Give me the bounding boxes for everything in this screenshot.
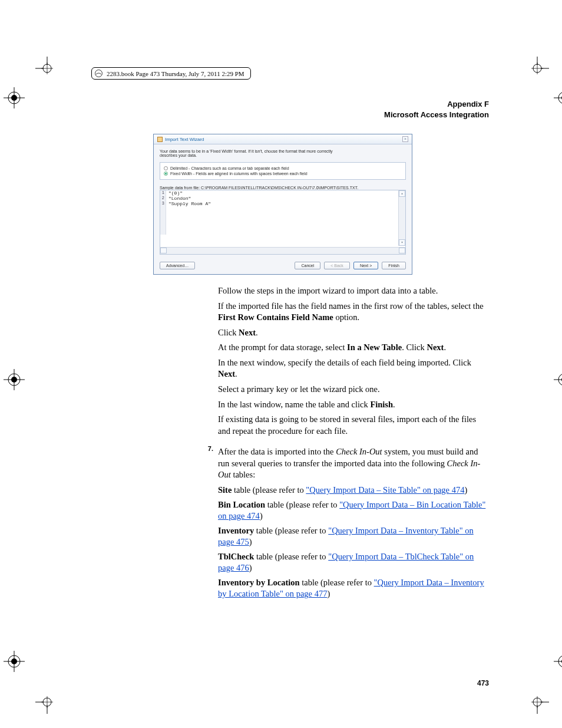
import-text-wizard-dialog: Import Text Wizard × Your data seems to … bbox=[153, 134, 412, 275]
back-button: < Back bbox=[324, 262, 350, 269]
para-new-table: At the prompt for data storage, select I… bbox=[218, 342, 489, 354]
cancel-button[interactable]: Cancel bbox=[295, 262, 320, 269]
wizard-app-icon bbox=[157, 137, 163, 142]
running-head-line2: Microsoft Access Integration bbox=[71, 110, 489, 120]
para-repeat: If existing data is going to be stored i… bbox=[218, 414, 489, 437]
radio-delimited-label: Delimited - Characters such as comma or … bbox=[170, 166, 289, 170]
scroll-up-icon[interactable]: ▴ bbox=[399, 190, 405, 197]
table-ref-inventory: Inventory table (please refer to "Query … bbox=[218, 525, 489, 548]
step-number-7: 7. bbox=[200, 443, 213, 603]
close-icon[interactable]: × bbox=[402, 136, 408, 142]
scrollbar-vertical[interactable]: ▴ ▾ bbox=[398, 190, 405, 246]
para-follow-steps: Follow the steps in the import wizard to… bbox=[218, 285, 489, 297]
scrollbar-horizontal[interactable] bbox=[160, 247, 405, 254]
para-primary-key: Select a primary key or let the wizard p… bbox=[218, 384, 489, 396]
finish-button[interactable]: Finish bbox=[382, 262, 406, 269]
scroll-right-icon[interactable] bbox=[399, 248, 405, 253]
next-button[interactable]: Next > bbox=[353, 262, 378, 269]
table-ref-bin: Bin Location table (please refer to "Que… bbox=[218, 499, 489, 522]
wizard-sample-preview: 1"(0)" 2"London" 3"Supply Room A" ▴ ▾ bbox=[160, 190, 406, 255]
body-content: Follow the steps in the import wizard to… bbox=[218, 285, 489, 603]
page-number: 473 bbox=[477, 679, 489, 687]
para-click-next-1: Click Next. bbox=[218, 327, 489, 339]
running-head-line1: Appendix F bbox=[71, 99, 489, 110]
book-icon bbox=[94, 69, 103, 78]
crop-mark-icon bbox=[525, 57, 549, 80]
para-step7: After the data is imported into the Chec… bbox=[218, 446, 489, 481]
para-name-table: In the last window, name the table and c… bbox=[218, 399, 489, 411]
crop-mark-icon bbox=[35, 57, 59, 80]
sample-row-3: "Supply Room A" bbox=[166, 201, 211, 206]
page-frame: Appendix F Microsoft Access Integration … bbox=[71, 92, 495, 687]
running-head: Appendix F Microsoft Access Integration bbox=[71, 99, 489, 120]
wizard-intro-text: Your data seems to be in a 'Fixed Width'… bbox=[160, 149, 336, 157]
sample-row-1: "(0)" bbox=[166, 190, 183, 196]
advanced-button[interactable]: Advanced… bbox=[160, 262, 195, 269]
radio-fixed-label: Fixed Width - Fields are aligned in colu… bbox=[170, 172, 308, 176]
table-ref-site: Site table (please refer to "Query Impor… bbox=[218, 485, 489, 496]
crop-mark-icon bbox=[525, 690, 549, 714]
wizard-titlebar: Import Text Wizard × bbox=[154, 134, 412, 144]
table-ref-tblcheck: TblCheck table (please refer to "Query I… bbox=[218, 551, 489, 574]
wizard-format-group: Delimited - Characters such as comma or … bbox=[160, 162, 406, 180]
radio-fixed-width[interactable] bbox=[164, 172, 168, 176]
table-ref-inv-by-loc: Inventory by Location table (please refe… bbox=[218, 577, 489, 600]
scroll-down-icon[interactable]: ▾ bbox=[399, 239, 405, 246]
link-site-table[interactable]: "Query Import Data – Site Table" on page… bbox=[306, 485, 464, 495]
sample-row-2: "London" bbox=[166, 196, 191, 201]
radio-delimited[interactable] bbox=[164, 166, 168, 170]
para-first-row: If the imported file has the field names… bbox=[218, 301, 489, 324]
crop-mark-icon bbox=[35, 690, 59, 714]
book-header: 2283.book Page 473 Thursday, July 7, 201… bbox=[91, 67, 251, 80]
wizard-title-text: Import Text Wizard bbox=[165, 137, 204, 142]
para-field-details: In the next window, specify the details … bbox=[218, 357, 489, 380]
scroll-left-icon[interactable] bbox=[160, 248, 167, 253]
wizard-sample-label: Sample data from file: C:\PROGRAM FILES\… bbox=[160, 186, 406, 190]
book-header-text: 2283.book Page 473 Thursday, July 7, 201… bbox=[107, 70, 244, 77]
